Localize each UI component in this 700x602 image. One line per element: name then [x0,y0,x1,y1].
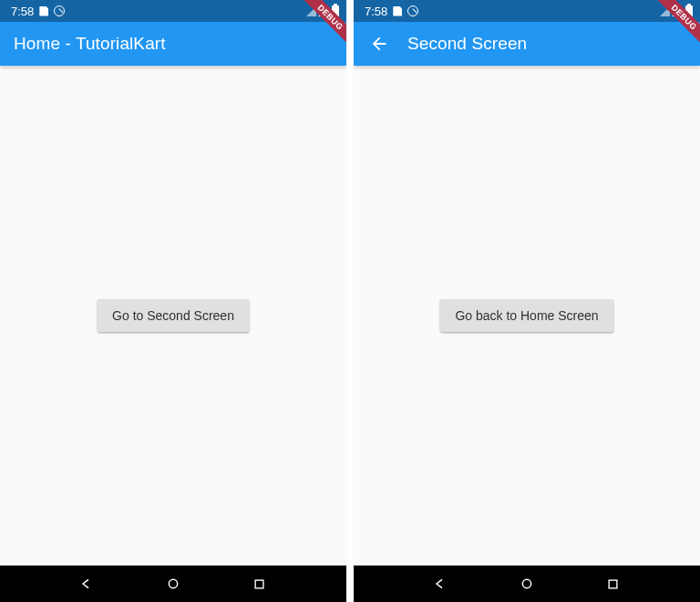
phone-second: DEBUG 7:58 Second Screen Go back to Home… [354,0,700,602]
svg-point-0 [169,579,177,587]
do-not-disturb-icon [54,5,65,16]
sd-card-icon [393,6,402,16]
go-back-home-button[interactable]: Go back to Home Screen [440,299,612,332]
phone-home: DEBUG 7:58 Home - TutorialKart Go to Sec… [0,0,346,602]
nav-recent-button[interactable] [604,575,623,593]
sd-card-icon [39,6,48,16]
nav-home-button[interactable] [518,575,536,593]
nav-back-button[interactable] [77,575,96,593]
status-left: 7:58 [11,5,65,18]
status-left: 7:58 [365,5,418,18]
go-to-second-button[interactable]: Go to Second Screen [98,299,249,332]
content-area: Go back to Home Screen [354,66,700,566]
nav-back-button[interactable] [431,575,449,593]
svg-rect-1 [255,580,263,588]
nav-recent-button[interactable] [251,575,269,593]
app-bar: Home - TutorialKart [0,22,346,66]
app-bar-title: Second Screen [407,34,527,54]
status-bar: 7:58 [0,0,346,22]
app-bar: Second Screen [354,22,700,66]
content-area: Go to Second Screen [0,66,346,566]
android-nav-bar [0,566,346,602]
android-nav-bar [354,566,700,602]
svg-point-2 [522,579,530,587]
nav-home-button[interactable] [164,575,182,593]
svg-rect-3 [609,580,617,588]
status-time: 7:58 [365,5,387,18]
status-time: 7:58 [11,5,34,18]
arrow-back-icon [369,34,389,54]
app-bar-title: Home - TutorialKart [14,34,166,54]
back-button[interactable] [362,26,396,61]
do-not-disturb-icon [407,5,418,16]
status-bar: 7:58 [354,0,700,22]
